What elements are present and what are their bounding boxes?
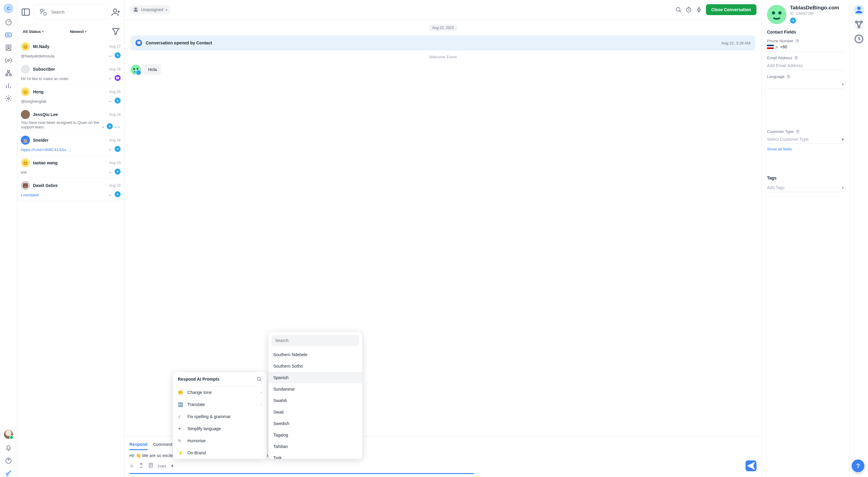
send-button[interactable] bbox=[746, 461, 756, 471]
ai-prompt-item[interactable]: ✎ Humorise bbox=[173, 435, 267, 447]
ai-prompt-item[interactable]: ✦ Simplify language bbox=[173, 422, 267, 435]
tab-respond[interactable]: Respond bbox=[129, 440, 148, 450]
ai-item-label: Humorise bbox=[187, 438, 206, 443]
language-option[interactable]: Swahili bbox=[269, 395, 362, 406]
notifications-icon[interactable] bbox=[5, 444, 12, 452]
ai-item-label: On-Brand bbox=[187, 450, 206, 455]
tags-input[interactable]: Add Tags▾ bbox=[767, 183, 844, 192]
svg-point-15 bbox=[676, 7, 680, 11]
tab-comment[interactable]: Comment bbox=[153, 440, 173, 450]
svg-point-19 bbox=[257, 377, 260, 381]
language-option[interactable]: Southern Ndebele bbox=[269, 349, 362, 361]
direction-icon: ↗ bbox=[108, 193, 113, 198]
help-fab[interactable]: ? bbox=[852, 459, 864, 472]
contact-panel: TablasDeBingo.com ID: 108087285 ✈ Contac… bbox=[762, 0, 849, 477]
conversation-item[interactable]: 🤖 Sneider Aug 24 htpps://t.me/+4h6C41SAu… bbox=[17, 133, 124, 155]
svg-point-13 bbox=[113, 9, 117, 12]
reports-icon[interactable] bbox=[5, 82, 12, 90]
help-icon[interactable] bbox=[5, 457, 12, 464]
search-input[interactable] bbox=[34, 4, 108, 20]
language-option[interactable]: Tajik bbox=[269, 452, 362, 459]
conversation-item[interactable]: JessQiu Lee Aug 24 You have now been ass… bbox=[17, 107, 124, 133]
timestamp: Aug 27 bbox=[109, 44, 121, 48]
search-icon[interactable] bbox=[256, 376, 262, 382]
language-option[interactable]: Swedish bbox=[269, 418, 362, 429]
contact-info-tab-icon[interactable] bbox=[854, 5, 864, 15]
language-option[interactable]: Tagalog bbox=[269, 429, 362, 441]
contact-avatar-small bbox=[131, 65, 141, 75]
ai-prompt-item[interactable]: 😶 Change tone › bbox=[173, 386, 267, 399]
workflows-icon[interactable] bbox=[5, 69, 12, 77]
ai-prompt-item[interactable]: 🔤 Translate › bbox=[173, 399, 267, 411]
collapse-sidebar-icon[interactable] bbox=[21, 7, 31, 17]
channels-tab-icon[interactable] bbox=[854, 19, 864, 30]
flag-icon[interactable] bbox=[767, 45, 774, 49]
svg-point-12 bbox=[43, 12, 46, 15]
svg-rect-6 bbox=[6, 74, 7, 76]
timestamp: Aug 23 bbox=[109, 161, 121, 165]
search-conversation-icon[interactable] bbox=[675, 6, 682, 13]
language-option[interactable]: Swati bbox=[269, 406, 362, 418]
filter-icon[interactable] bbox=[111, 27, 121, 36]
activity-tab-icon[interactable] bbox=[854, 34, 864, 44]
dashboard-icon[interactable] bbox=[5, 19, 12, 26]
direction-icon: ↗ bbox=[108, 147, 113, 152]
sort-filter[interactable]: Newest▾ bbox=[68, 28, 88, 35]
ai-prompt-item[interactable]: ⚡ On-Brand bbox=[173, 447, 267, 459]
timestamp: Aug 23 bbox=[109, 183, 121, 188]
broadcast-icon[interactable] bbox=[5, 57, 12, 64]
preview-text: @tonghengtak bbox=[21, 99, 107, 104]
chevron-right-icon: › bbox=[260, 390, 262, 395]
shortcuts-icon[interactable] bbox=[696, 6, 702, 13]
ai-item-label: Simplify language bbox=[187, 426, 221, 431]
current-user-avatar[interactable] bbox=[4, 430, 13, 439]
conversation-item[interactable]: 🐻 Dawit Gebre Aug 23 t.me/dawit ↗ ✈ bbox=[17, 178, 124, 201]
attachment-icon[interactable] bbox=[138, 463, 144, 469]
preview-text: htpps://t.me/+4h6C41SAu…; bbox=[21, 147, 107, 152]
svg-point-18 bbox=[137, 68, 138, 70]
ai-prompt-item[interactable]: ✓ Fix spelling & grammar bbox=[173, 411, 267, 422]
settings-icon[interactable] bbox=[5, 95, 12, 102]
timestamp: Aug 26 bbox=[109, 67, 121, 71]
phone-input[interactable]: ▾ +60 bbox=[767, 44, 844, 52]
conversation-item[interactable]: 😑 Heng Aug 26 @tonghengtak ↗ ✈ bbox=[17, 84, 124, 107]
ai-magic-icon[interactable]: ✦ bbox=[170, 463, 174, 469]
status-filter[interactable]: All Status▾ bbox=[21, 28, 45, 35]
ai-item-label: Change tone bbox=[187, 390, 212, 395]
language-select[interactable]: ▾ bbox=[767, 80, 844, 89]
ai-item-icon: ✓ bbox=[178, 414, 184, 419]
avatar bbox=[21, 110, 30, 119]
inbox-icon[interactable] bbox=[5, 31, 12, 39]
conversation-item[interactable]: 😊 taotao wang Aug 23 link ↗ ✈ bbox=[17, 155, 124, 178]
language-option[interactable]: Southern Sotho bbox=[269, 361, 362, 372]
snooze-icon[interactable] bbox=[685, 6, 692, 13]
saved-reply-icon[interactable] bbox=[148, 463, 154, 469]
workspace-avatar[interactable]: C bbox=[4, 4, 13, 13]
close-conversation-button[interactable]: Close Conversation bbox=[706, 4, 756, 15]
language-option[interactable]: Spanish bbox=[269, 372, 362, 383]
variable-icon[interactable]: {var} bbox=[158, 464, 166, 468]
conversation-item[interactable]: 😊 Mr.Nady Aug 27 @Nadyabdelmoula ↗ ✈ bbox=[17, 39, 124, 62]
contact-name: Subscriber bbox=[33, 67, 106, 72]
telegram-icon: ✈ bbox=[790, 18, 796, 24]
conversation-item[interactable]: Subscriber Aug 26 Hi! I'd like to make a… bbox=[17, 62, 124, 84]
direction-icon: ↗ bbox=[108, 99, 113, 104]
add-contact-icon[interactable] bbox=[111, 7, 121, 17]
tags-title: Tags bbox=[767, 175, 844, 180]
svg-point-26 bbox=[858, 26, 860, 28]
avatar bbox=[21, 65, 30, 74]
message-bubble: Hola bbox=[144, 64, 161, 75]
customer-type-select[interactable]: Select Customer Type▾ bbox=[767, 135, 844, 144]
language-option[interactable]: Sundanese bbox=[269, 383, 362, 395]
emoji-icon[interactable]: ☺ bbox=[129, 463, 134, 469]
show-all-fields-link[interactable]: Show all fields bbox=[767, 147, 792, 151]
language-search-input[interactable] bbox=[272, 335, 359, 346]
contacts-icon[interactable] bbox=[5, 44, 12, 52]
ai-item-label: Translate bbox=[187, 402, 205, 407]
language-option[interactable]: Tahitian bbox=[269, 441, 362, 452]
email-input[interactable] bbox=[767, 61, 844, 70]
email-label: Email Address? bbox=[767, 56, 844, 60]
assignee-selector[interactable]: Unassigned ▾ bbox=[129, 5, 171, 14]
preview-text: Hi! I'd like to make an order bbox=[21, 76, 107, 81]
contact-name: taotao wang bbox=[33, 161, 106, 165]
